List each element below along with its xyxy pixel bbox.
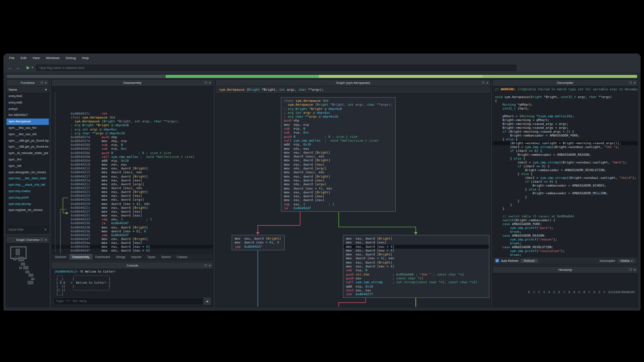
asm-line[interactable]: 0x08049224 mov eax, dword [eax] [52, 194, 213, 198]
decompiler-select[interactable]: Ghidra ▾ [618, 259, 635, 263]
tab-strings[interactable]: Strings [113, 254, 128, 260]
menu-debug[interactable]: Debug [63, 56, 79, 60]
function-item-sym.imp.__stack_chk_fail[interactable]: sym.imp.__stack_chk_fail [6, 182, 49, 188]
graph-asm-line[interactable]: mov eax, dword [eax] [284, 194, 393, 198]
menu-view[interactable]: View [30, 56, 43, 60]
quick-filter-input[interactable] [8, 228, 43, 231]
graph-asm-line[interactable]: mov eax, dword [Bright] [235, 237, 282, 240]
decompiler-line[interactable]: iVar2 = sym.imp.strcmp((Bright->window).… [493, 176, 638, 180]
graph-asm-line[interactable]: push str.the ; 0x804a008 ; "the " ; cons… [346, 273, 486, 276]
decompiler-line[interactable]: } else { [493, 137, 638, 141]
graph-asm-line[interactable]: mov dword [eax + 4], edx [284, 187, 393, 190]
asm-line[interactable]: 0x0804923b mov dword [eax + 8], 0 [52, 229, 213, 233]
asm-line[interactable]: 0x08049233 cmp eax, 1 ; 1 [52, 217, 213, 221]
decompiler-line[interactable]: break; [493, 230, 638, 234]
asm-line[interactable]: 0x080491fd push ebp [52, 135, 213, 139]
graph-asm-line[interactable]: call sym.imp.strcmp ; int strcmp(const c… [346, 280, 486, 284]
decompiler-line[interactable] [493, 211, 638, 214]
decompiler-line[interactable]: if (iVar2 == 0) { [493, 180, 638, 184]
menu-file[interactable]: File [6, 56, 18, 60]
function-item-sym.__x86.get_pc_thunk.bp[interactable]: sym.__x86.get_pc_thunk.bp [6, 138, 49, 144]
asm-line[interactable]: 0x08049217 mov eax, dword [Bright] [52, 175, 213, 178]
graph-asm-line[interactable]: mov dword [eax], edx [284, 154, 393, 158]
graph-asm-line[interactable]: mov edx, dword [argv] [284, 182, 393, 186]
graph-asm-line[interactable]: sym.Aeropause (Bright *Bright, int argc,… [284, 103, 393, 107]
function-item-sym.__libc_csu_fini[interactable]: sym.__libc_csu_fini [6, 125, 49, 131]
close-icon[interactable]: ✕ [209, 81, 211, 84]
decompiler-line[interactable]: void sym.Aeropause(Bright *Bright, uint3… [493, 95, 638, 99]
decompiler-line[interactable]: Bright->ambassador = AMBASSADOR_MILLION; [493, 191, 638, 195]
seekbar-segment[interactable] [319, 75, 483, 78]
graph-asm-line[interactable]: mov eax, dword [Bright] [284, 158, 393, 162]
back-icon[interactable]: ← [8, 65, 12, 70]
decompiler-line[interactable]: Bright->ambassador = AMBASSADOR_ECHOES; [493, 184, 638, 187]
decompiler-line[interactable]: case AMBASSADOR_REASON: [493, 234, 638, 237]
graph-asm-line[interactable]: mov eax, dword [Bright] [284, 190, 393, 194]
function-item-sym.deregister_tm_clones[interactable]: sym.deregister_tm_clones [6, 169, 49, 176]
function-item-sym.register_tm_clones[interactable]: sym.register_tm_clones [6, 207, 49, 214]
graph-asm-line[interactable]: jmp 0x80492d7 [235, 245, 282, 249]
decompiler-line[interactable]: } [493, 195, 638, 199]
seekbar-segment[interactable] [483, 75, 637, 78]
graph-asm-line[interactable]: add esp, 0x10 [346, 285, 486, 288]
decompiler-line[interactable]: break; [493, 241, 638, 245]
asm-line[interactable]: 0x0804921c mov edx, dword [argc] [52, 182, 213, 186]
decompiler-line[interactable]: } else { [493, 157, 638, 160]
asm-line[interactable]: 0x08049226 mov edx, dword [argv] [52, 198, 213, 202]
float-icon[interactable]: ❐ [482, 81, 484, 84]
graph-asm-line[interactable]: sub esp, 8 [346, 268, 486, 272]
graph-node-true-branch[interactable]: mov eax, dword [Bright]mov dword [eax + … [232, 235, 285, 250]
functions-sort-header[interactable]: Name ▾ [6, 86, 49, 93]
decompiler-view[interactable]: // WARNING: [r2ghidra] Failed to match t… [493, 86, 638, 257]
tab-classes[interactable]: Classes [174, 254, 191, 260]
graph-overview-titlebar[interactable]: Graph Overview ❐ ✕ [6, 237, 49, 243]
console-input[interactable] [54, 300, 203, 303]
decompiler-line[interactable]: Bright->ambassador = AMBASSADOR_REVOLUTI… [493, 168, 638, 172]
disassembly-panel-titlebar[interactable]: Disassembly ❐ ✕ [52, 80, 213, 86]
asm-line[interactable]: 0x0804921a mov eax, dword [eax] [52, 178, 213, 182]
decompiler-line[interactable]: } [493, 199, 638, 203]
asm-line[interactable]: 0x08049215 mov dword [eax], edx [52, 170, 213, 174]
function-item-entry.init0[interactable]: entry.init0 [6, 100, 49, 106]
menu-edit[interactable]: Edit [18, 56, 30, 60]
decompiler-line[interactable]: Bright->morning->saved_argv = argv; [493, 126, 638, 130]
decompiler-line[interactable]: Bright->ambassador = AMBASSADOR_PURE; [493, 134, 638, 137]
asm-line[interactable]: (fcn) sym.Aeropause 364 [52, 116, 213, 119]
asm-line[interactable]: 0x08049236 ja 0x8049247 [52, 221, 213, 225]
decompiler-line[interactable]: // WARNING: [r2ghidra] Failed to match t… [493, 87, 638, 91]
decompiler-line[interactable]: { [493, 99, 638, 103]
asm-line[interactable]: 0x0804924c mov eax, dword [eax + 4] [52, 245, 213, 249]
tab-disassembly[interactable]: Disassembly [69, 254, 92, 260]
decompiler-line[interactable]: if (iVar2 == 0) { [493, 164, 638, 168]
asm-line[interactable]: 0x0804920d add esp, 0x10 [52, 159, 213, 163]
graph-asm-line[interactable]: call sym.imp.malloc ; void *malloc(size_… [284, 139, 393, 142]
graph-asm-line[interactable]: push eax ; const char *s1 [346, 276, 486, 280]
graph-asm-line[interactable]: cmp eax, 1 ; 1 [284, 202, 393, 206]
disassembly-view[interactable]: 0x080491fc ret(fcn) sym.Aeropause 364 sy… [52, 86, 213, 253]
graph-asm-line[interactable]: ; arg int argc @ ebp+0xc [284, 111, 393, 115]
graph-node-false-branch[interactable]: mov eax, dword [Bright]mov eax, dword [e… [343, 235, 489, 298]
forward-icon[interactable]: → [15, 65, 20, 70]
graph-asm-line[interactable]: mov eax, dword [eax] [346, 240, 486, 244]
decompiler-line[interactable]: Bright->ambassador = AMBASSADOR_REASON; [493, 153, 638, 157]
function-item-sym.__x86.get_pc_thunk.bx[interactable]: sym.__x86.get_pc_thunk.bx [6, 144, 49, 150]
decompiler-line[interactable]: } else { [493, 187, 638, 191]
asm-line[interactable]: 0x08049231 mov eax, dword [eax] [52, 214, 213, 217]
decompiler-line[interactable]: int32_t iVar2; [493, 107, 638, 110]
asm-line[interactable]: ; arg Bright *Bright @ ebp+0x8 [52, 123, 213, 127]
close-icon[interactable]: ✕ [486, 81, 489, 84]
graph-asm-line[interactable]: mov dword [eax], edx [284, 170, 393, 174]
asm-line[interactable]: ; arg int argc @ ebp+0xc [52, 128, 213, 131]
asm-line[interactable]: 0x08049242 jmp 0x80492d7 [52, 233, 213, 237]
asm-line[interactable]: 0x080491fe mov ebp, esp [52, 139, 213, 143]
asm-line[interactable]: 0x08049210 mov edx, eax [52, 163, 213, 166]
decompiler-line[interactable]: Bright->morning = pMVar1; [493, 118, 638, 122]
graph-overview-minimap[interactable] [6, 243, 49, 307]
function-item-sym._init[interactable]: sym._init [6, 163, 49, 169]
function-item-sym._fini[interactable]: sym._fini [6, 157, 49, 163]
chevron-down-icon[interactable]: ▾ [32, 66, 33, 69]
tab-search[interactable]: Search [158, 254, 174, 260]
decompiler-line[interactable] [493, 91, 638, 95]
decompiler-line[interactable] [493, 110, 638, 114]
functions-panel-titlebar[interactable]: Functions ❐ ✕ [6, 80, 49, 86]
